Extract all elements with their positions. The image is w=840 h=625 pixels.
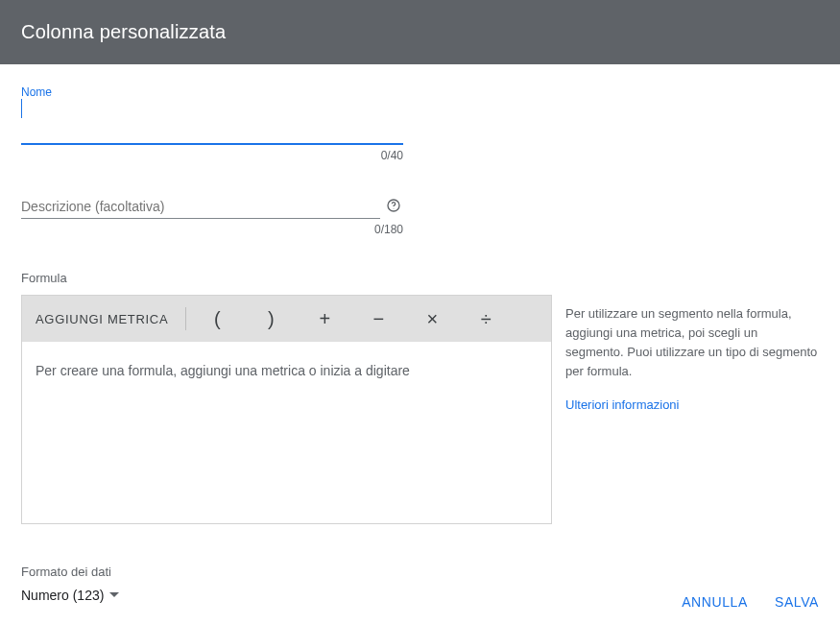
data-format-selected: Numero (123) — [21, 588, 104, 603]
data-format-select[interactable]: Numero (123) — [21, 588, 119, 603]
close-paren-button[interactable]: ) — [244, 296, 298, 342]
name-label: Nome — [21, 85, 403, 99]
formula-box: AGGIUNGI METRICA ( ) + − × ÷ Per creare … — [21, 295, 552, 524]
name-field: Nome 0/40 — [21, 85, 403, 162]
minus-button[interactable]: − — [351, 296, 405, 342]
description-input[interactable] — [21, 193, 380, 219]
formula-help-panel: Per utilizzare un segmento nella formula… — [565, 295, 819, 524]
save-button[interactable]: SALVA — [775, 594, 819, 610]
cancel-button[interactable]: ANNULLA — [682, 594, 748, 610]
dialog-header: Colonna personalizzata — [0, 0, 840, 64]
chevron-down-icon — [109, 592, 119, 598]
toolbar-separator — [185, 307, 186, 330]
text-cursor — [21, 99, 22, 118]
formula-label: Formula — [21, 271, 819, 285]
formula-toolbar: AGGIUNGI METRICA ( ) + − × ÷ — [22, 296, 551, 342]
data-format-label: Formato dei dati — [21, 565, 819, 579]
divide-button[interactable]: ÷ — [459, 296, 513, 342]
learn-more-link[interactable]: Ulteriori informazioni — [565, 397, 679, 412]
name-input[interactable] — [21, 118, 403, 145]
multiply-button[interactable]: × — [405, 296, 459, 342]
svg-point-1 — [394, 208, 395, 209]
description-counter: 0/180 — [21, 223, 403, 236]
name-counter: 0/40 — [21, 149, 403, 162]
formula-input[interactable]: Per creare una formula, aggiungi una met… — [22, 342, 551, 523]
formula-placeholder: Per creare una formula, aggiungi una met… — [36, 363, 410, 378]
add-metric-button[interactable]: AGGIUNGI METRICA — [22, 303, 181, 334]
help-icon[interactable] — [386, 198, 403, 215]
description-field: 0/180 — [21, 193, 403, 236]
open-paren-button[interactable]: ( — [190, 296, 244, 342]
dialog-footer: ANNULLA SALVA — [682, 579, 819, 625]
dialog-title: Colonna personalizzata — [21, 21, 226, 43]
formula-help-text: Per utilizzare un segmento nella formula… — [565, 304, 819, 382]
plus-button[interactable]: + — [298, 296, 351, 342]
